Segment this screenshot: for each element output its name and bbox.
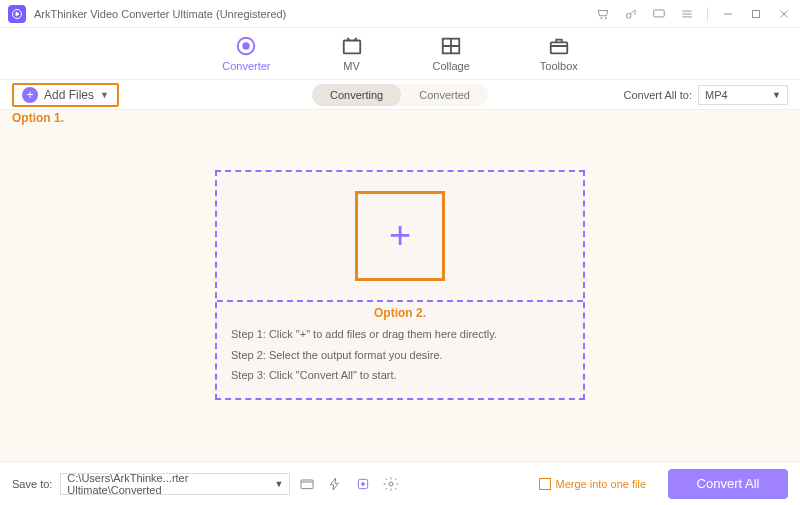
cart-icon[interactable] <box>595 6 611 22</box>
app-logo-icon <box>8 5 26 23</box>
collage-icon <box>440 35 462 57</box>
svg-rect-10 <box>551 42 568 53</box>
svg-rect-11 <box>301 480 313 489</box>
svg-point-7 <box>244 43 250 49</box>
convert-all-to-label: Convert All to: <box>624 89 692 101</box>
add-files-button[interactable]: + Add Files ▼ <box>12 83 119 107</box>
status-segment: Converting Converted <box>312 84 488 106</box>
menu-icon[interactable] <box>679 6 695 22</box>
mv-icon <box>341 35 363 57</box>
chevron-down-icon: ▼ <box>274 479 283 489</box>
save-to-label: Save to: <box>12 478 52 490</box>
chevron-down-icon: ▼ <box>100 90 109 100</box>
drop-zone-container: + Option 2. Step 1: Click "+" to add fil… <box>215 170 585 401</box>
tab-collage[interactable]: Collage <box>433 35 470 72</box>
annotation-option-2: Option 2. <box>374 306 426 320</box>
minimize-button[interactable] <box>720 6 736 22</box>
add-file-big-button[interactable]: + <box>355 191 445 281</box>
high-speed-button[interactable] <box>354 475 372 493</box>
plus-icon: + <box>22 87 38 103</box>
tab-toolbox[interactable]: Toolbox <box>540 35 578 72</box>
chevron-down-icon: ▼ <box>772 90 781 100</box>
convert-all-button[interactable]: Convert All <box>668 469 788 499</box>
tab-converter[interactable]: Converter <box>222 35 270 72</box>
maximize-button[interactable] <box>748 6 764 22</box>
segment-converting[interactable]: Converting <box>312 84 401 106</box>
svg-point-1 <box>601 17 602 18</box>
separator <box>707 7 708 21</box>
svg-point-2 <box>605 17 606 18</box>
main-area: + Option 2. Step 1: Click "+" to add fil… <box>0 110 800 460</box>
hardware-accel-button[interactable] <box>326 475 344 493</box>
tab-mv[interactable]: MV <box>341 35 363 72</box>
toolbox-icon <box>548 35 570 57</box>
drop-zone[interactable]: + Option 2. <box>217 172 583 302</box>
plus-icon: + <box>389 214 411 257</box>
key-icon[interactable] <box>623 6 639 22</box>
checkbox-icon <box>539 478 551 490</box>
titlebar: ArkThinker Video Converter Ultimate (Unr… <box>0 0 800 28</box>
svg-point-3 <box>626 13 631 18</box>
toolbar: + Add Files ▼ Option 1. Converting Conve… <box>0 80 800 110</box>
merge-checkbox[interactable]: Merge into one file <box>539 478 647 490</box>
svg-point-14 <box>389 482 393 486</box>
main-tabs: Converter MV Collage Toolbox <box>0 28 800 80</box>
feedback-icon[interactable] <box>651 6 667 22</box>
step-1: Step 1: Click "+" to add files or drag t… <box>231 324 569 345</box>
open-folder-button[interactable] <box>298 475 316 493</box>
converter-icon <box>235 35 257 57</box>
settings-button[interactable] <box>382 475 400 493</box>
window-title: ArkThinker Video Converter Ultimate (Unr… <box>34 8 595 20</box>
bottom-bar: Save to: C:\Users\ArkThinke...rter Ultim… <box>0 461 800 505</box>
close-button[interactable] <box>776 6 792 22</box>
segment-converted[interactable]: Converted <box>401 84 488 106</box>
step-2: Step 2: Select the output format you des… <box>231 345 569 366</box>
svg-point-13 <box>362 482 365 485</box>
save-path-select[interactable]: C:\Users\ArkThinke...rter Ultimate\Conve… <box>60 473 290 495</box>
svg-rect-8 <box>343 41 360 54</box>
output-format-select[interactable]: MP4 ▼ <box>698 85 788 105</box>
svg-rect-5 <box>753 10 760 17</box>
step-3: Step 3: Click "Convert All" to start. <box>231 365 569 386</box>
